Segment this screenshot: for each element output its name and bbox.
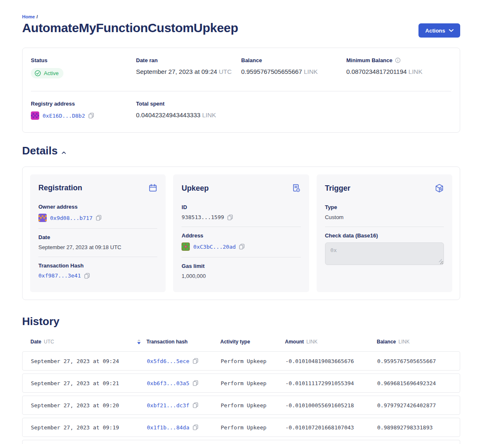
table-row: September 27, 2023 at 09:19 0x1f1b...84d… xyxy=(22,418,460,437)
summary-total-spent: Total spent 0.04042324943443333 LINK xyxy=(136,101,241,120)
history-heading: History xyxy=(22,315,60,328)
trigger-type-section: Type Custom xyxy=(325,199,444,227)
actions-button[interactable]: Actions xyxy=(418,23,460,38)
cube-icon xyxy=(435,184,444,193)
registry-address-link[interactable]: 0xE16D...D8b2 xyxy=(43,113,85,119)
table-row: September 27, 2023 at 09:18 0xf987...3e4… xyxy=(22,440,460,444)
summary-date-ran: Date ran September 27, 2023 at 09:24 UTC xyxy=(136,57,241,78)
copy-icon[interactable] xyxy=(193,424,198,430)
summary-balance: Balance 0.9595767505655667 LINK xyxy=(241,57,346,78)
gas-limit-section: Gas limit 1,000,000 xyxy=(181,257,300,285)
min-balance-value: 0.0870234817201194 xyxy=(346,68,407,75)
copy-icon[interactable] xyxy=(84,273,90,279)
gas-limit-label: Gas limit xyxy=(181,263,300,269)
upkeep-address-section: Address 0xC3bC...20ad xyxy=(181,227,300,257)
upkeep-address-label: Address xyxy=(181,232,300,239)
transaction-hash-link[interactable]: 0xf987...3e41 xyxy=(38,272,81,279)
row-amount: -0.010111172991055394 xyxy=(285,380,377,386)
col-balance-unit: LINK xyxy=(398,339,410,345)
copy-icon[interactable] xyxy=(193,402,198,408)
row-date: September 27, 2023 at 09:19 xyxy=(31,424,147,431)
owner-address-link[interactable]: 0x9d08...b717 xyxy=(50,215,93,221)
col-date-label: Date xyxy=(30,339,41,345)
owner-address-label: Owner address xyxy=(38,204,157,210)
registration-date-value: September 27, 2023 at 09:18 UTC xyxy=(38,244,157,250)
check-data-label: Check data (Base16) xyxy=(325,232,444,239)
upkeep-id-label: ID xyxy=(181,204,300,210)
row-activity: Perform Upkeep xyxy=(221,380,285,386)
collapse-chevron-icon[interactable] xyxy=(62,151,66,154)
row-balance: 0.9595767505655667 xyxy=(377,358,451,364)
owner-address-section: Owner address 0x9d08...b717 xyxy=(38,198,157,228)
registry-address-label: Registry address xyxy=(31,101,136,107)
row-hash-link[interactable]: 0xb6f3...03a5 xyxy=(147,380,189,386)
breadcrumb-home-link[interactable]: Home xyxy=(22,14,35,19)
trigger-type-value: Custom xyxy=(325,214,444,220)
row-date: September 27, 2023 at 09:24 xyxy=(31,358,147,364)
transaction-hash-section: Transaction Hash 0xf987...3e41 xyxy=(38,257,157,285)
copy-icon[interactable] xyxy=(88,113,94,119)
registration-date-section: Date September 27, 2023 at 09:18 UTC xyxy=(38,228,157,257)
row-amount: -0.010100055691605218 xyxy=(285,402,377,409)
date-ran-label: Date ran xyxy=(136,57,241,63)
check-data-section: Check data (Base16) xyxy=(325,227,444,273)
check-data-input[interactable] xyxy=(325,242,444,265)
copy-icon[interactable] xyxy=(239,244,244,250)
breadcrumb: Home/ xyxy=(22,14,460,19)
total-spent-label: Total spent xyxy=(136,101,241,107)
status-label: Status xyxy=(31,57,136,63)
col-amount-label: Amount xyxy=(285,339,304,345)
registration-title: Registration xyxy=(38,184,82,192)
registration-date-label: Date xyxy=(38,234,157,240)
summary-min-balance: Minimum Balance 0.0870234817201194 LINK xyxy=(346,57,451,78)
col-balance-label: Balance xyxy=(377,339,396,345)
col-amount-unit: LINK xyxy=(306,339,318,345)
copy-icon[interactable] xyxy=(193,358,198,364)
balance-label: Balance xyxy=(241,57,346,63)
balance-unit: LINK xyxy=(304,68,318,75)
row-hash-link[interactable]: 0xbf21...dc3f xyxy=(147,402,189,409)
col-hash-label: Transaction hash xyxy=(146,339,188,345)
details-panel: Registration Owner address 0x9d08...b717 xyxy=(22,166,460,300)
copy-icon[interactable] xyxy=(227,214,233,220)
min-balance-label: Minimum Balance xyxy=(346,57,393,63)
date-ran-unit: UTC xyxy=(219,68,232,75)
trigger-card: Trigger Type Custom Check data (Base16) xyxy=(317,174,452,292)
row-balance: 0.9696815696492324 xyxy=(377,380,451,386)
status-badge-text: Active xyxy=(44,70,58,76)
row-balance: 0.989892798331893 xyxy=(377,424,451,431)
upkeep-id-section: ID 938513...1599 xyxy=(181,199,300,227)
summary-status: Status Active xyxy=(31,57,136,78)
registry-identicon xyxy=(31,111,39,120)
sort-icon[interactable] xyxy=(137,339,141,344)
row-amount: -0.010107201668107043 xyxy=(285,424,377,431)
trigger-type-label: Type xyxy=(325,204,444,210)
check-circle-icon xyxy=(35,70,41,76)
date-ran-value: September 27, 2023 at 09:24 xyxy=(136,68,217,75)
balance-value: 0.9595767505655667 xyxy=(241,68,302,75)
breadcrumb-separator: / xyxy=(37,14,38,19)
row-date: September 27, 2023 at 09:21 xyxy=(31,380,147,386)
upkeep-address-identicon xyxy=(181,242,190,251)
gas-limit-value: 1,000,000 xyxy=(181,273,300,279)
copy-icon[interactable] xyxy=(96,215,101,221)
table-row: September 27, 2023 at 09:20 0xbf21...dc3… xyxy=(22,396,460,415)
upkeep-card: Upkeep ID 938513...1599 Address xyxy=(173,174,309,292)
calendar-icon xyxy=(149,184,157,192)
page-container: Home/ AutomateMyFunctionCustomUpkeep Act… xyxy=(22,0,460,444)
row-activity: Perform Upkeep xyxy=(221,424,285,431)
owner-identicon xyxy=(38,214,47,222)
summary-card: Status Active Date ran September 27, 202… xyxy=(22,48,460,133)
actions-button-label: Actions xyxy=(425,28,445,34)
summary-registry-address: Registry address 0xE16D...D8b2 xyxy=(31,101,136,120)
table-row: September 27, 2023 at 09:21 0xb6f3...03a… xyxy=(22,373,460,393)
copy-icon[interactable] xyxy=(193,380,198,386)
trigger-title: Trigger xyxy=(325,184,350,193)
upkeep-address-link[interactable]: 0xC3bC...20ad xyxy=(193,244,236,250)
info-icon[interactable] xyxy=(395,58,401,63)
row-hash-link[interactable]: 0x5fd6...5ece xyxy=(147,358,189,364)
row-amount: -0.010104819083665676 xyxy=(285,358,377,364)
row-hash-link[interactable]: 0x1f1b...84da xyxy=(147,424,189,431)
document-gear-icon xyxy=(292,184,301,193)
registration-card: Registration Owner address 0x9d08...b717 xyxy=(30,174,166,292)
